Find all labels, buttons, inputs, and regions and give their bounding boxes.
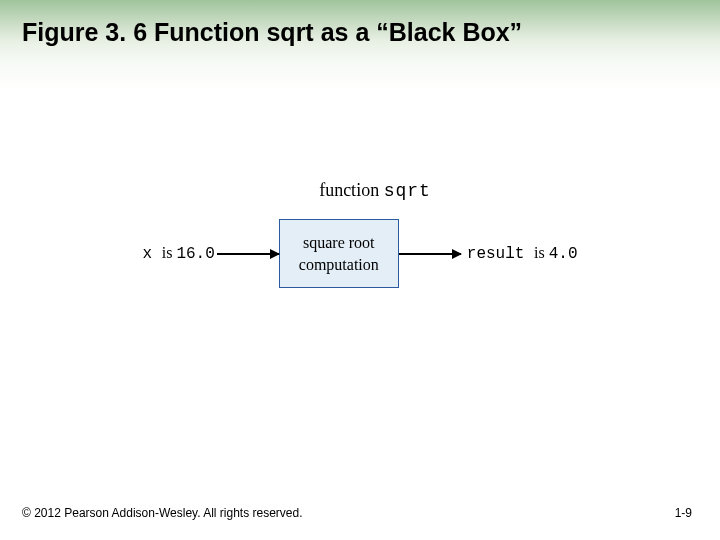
input-is: is xyxy=(162,244,177,261)
input-text: x is 16.0 xyxy=(143,244,215,263)
function-word: function xyxy=(319,180,379,200)
output-var: result xyxy=(467,245,534,263)
copyright-text: © 2012 Pearson Addison-Wesley. All right… xyxy=(22,506,303,520)
output-value: 4.0 xyxy=(549,245,578,263)
function-label: function sqrt xyxy=(319,180,431,201)
page-number: 1-9 xyxy=(675,506,692,520)
arrow-icon xyxy=(399,253,461,255)
flow-row: x is 16.0 square root computation result… xyxy=(143,219,578,288)
input-var: x xyxy=(143,245,162,263)
computation-box: square root computation xyxy=(279,219,399,288)
blackbox-diagram: function sqrt x is 16.0 square root comp… xyxy=(0,180,720,288)
input-value: 16.0 xyxy=(176,245,214,263)
arrow-icon xyxy=(217,253,279,255)
output-text: result is 4.0 xyxy=(467,244,578,263)
output-is: is xyxy=(534,244,549,261)
box-line1: square root xyxy=(298,232,380,254)
box-line2: computation xyxy=(298,254,380,276)
slide-title: Figure 3. 6 Function sqrt as a “Black Bo… xyxy=(22,18,522,47)
function-name: sqrt xyxy=(384,181,431,201)
